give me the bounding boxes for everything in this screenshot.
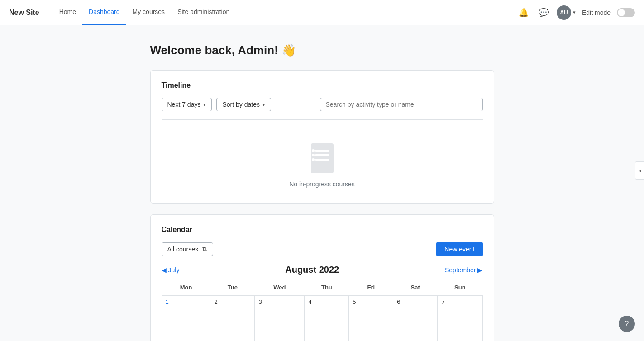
cal-empty-cell [210,327,255,341]
nav-links: HomeDashboardMy coursesSite administrati… [53,0,236,25]
svg-rect-3 [315,159,329,161]
all-courses-dropdown[interactable]: All courses ⇅ [162,242,213,256]
sort-chevron-icon: ▾ [262,102,265,108]
empty-state: No in-progress courses [162,133,483,192]
cal-day-header-sat: Sat [393,281,438,296]
calendar-table: MonTueWedThuFriSatSun 1234567 [162,281,483,341]
navbar: New Site HomeDashboardMy coursesSite adm… [0,0,644,25]
svg-rect-0 [311,143,334,173]
next-month-label: September [445,266,476,274]
edit-mode-label: Edit mode [582,9,611,16]
cal-empty-cell [305,327,349,341]
cal-day-header-sun: Sun [438,281,482,296]
next-month-link[interactable]: September ▶ [445,266,482,274]
prev-month-link[interactable]: ◀ July [162,266,180,274]
calendar-header: MonTueWedThuFriSatSun [162,281,482,296]
svg-rect-2 [315,154,329,156]
svg-point-6 [312,158,315,161]
all-courses-chevron-icon: ⇅ [202,246,207,253]
search-wrap [320,98,483,111]
cal-empty-cell [393,327,438,341]
welcome-heading: Welcome back, Admin! 👋 [150,43,494,57]
search-input[interactable] [320,98,483,111]
user-menu-chevron: ▾ [573,9,576,15]
new-event-button[interactable]: New event [436,242,482,256]
cal-day-header-wed: Wed [255,281,305,296]
calendar-title: Calendar [162,226,483,234]
nav-link-site-administration[interactable]: Site administration [171,0,236,25]
nav-link-dashboard[interactable]: Dashboard [82,0,126,25]
filter-chevron-icon: ▾ [203,102,206,108]
help-icon: ? [625,320,629,328]
calendar-card: Calendar All courses ⇅ New event ◀ July … [150,214,494,341]
cal-day-cell: 7 [438,296,482,327]
cal-day-cell[interactable]: 1 [162,296,210,327]
main-content: Welcome back, Admin! 👋 Timeline Next 7 d… [141,25,503,341]
cal-day-cell: 5 [349,296,393,327]
cal-day-cell: 6 [393,296,438,327]
nav-link-home[interactable]: Home [53,0,82,25]
cal-day-cell: 4 [305,296,349,327]
sort-label: Sort by dates [222,101,260,108]
user-menu[interactable]: AU ▾ [557,5,576,20]
avatar: AU [557,5,571,20]
cal-day-header-mon: Mon [162,281,210,296]
cal-day-header-thu: Thu [305,281,349,296]
all-courses-label: All courses [167,246,198,253]
empty-text: No in-progress courses [289,180,355,188]
sort-dropdown[interactable]: Sort by dates ▾ [216,98,271,111]
svg-point-4 [312,149,315,152]
svg-point-5 [312,154,315,156]
timeline-title: Timeline [162,81,483,90]
cal-empty-cell [162,327,210,341]
sidebar-toggle[interactable]: ◂ [635,161,644,180]
edit-mode-toggle[interactable] [617,8,635,17]
brand-logo[interactable]: New Site [9,9,39,17]
timeline-divider [162,119,483,120]
timeline-controls: Next 7 days ▾ Sort by dates ▾ [162,98,483,111]
help-button[interactable]: ? [619,316,635,332]
next-month-arrow-icon: ▶ [477,266,482,274]
calendar-week-row: 1234567 [162,296,482,327]
cal-empty-cell [438,327,482,341]
cal-day-cell: 3 [255,296,305,327]
calendar-body: 1234567 [162,296,482,341]
navbar-right: 🔔 💬 AU ▾ Edit mode [517,5,635,20]
calendar-controls: All courses ⇅ New event [162,242,483,256]
calendar-month-title: August 2022 [285,265,339,275]
filter-label: Next 7 days [167,101,201,108]
svg-rect-1 [315,150,329,152]
sidebar-toggle-icon: ◂ [639,167,641,174]
prev-month-arrow-icon: ◀ [162,266,167,274]
notifications-icon[interactable]: 🔔 [517,6,530,19]
calendar-empty-row [162,327,482,341]
calendar-header-row: MonTueWedThuFriSatSun [162,281,482,296]
prev-month-label: July [168,266,180,274]
filter-dropdown[interactable]: Next 7 days ▾ [162,98,212,111]
cal-empty-cell [349,327,393,341]
calendar-nav: ◀ July August 2022 September ▶ [162,265,483,275]
messages-icon[interactable]: 💬 [537,6,550,19]
nav-link-my-courses[interactable]: My courses [126,0,172,25]
empty-icon [309,142,336,174]
cal-empty-cell [255,327,305,341]
cal-day-cell: 2 [210,296,255,327]
timeline-card: Timeline Next 7 days ▾ Sort by dates ▾ [150,70,494,204]
cal-day-header-tue: Tue [210,281,255,296]
cal-day-header-fri: Fri [349,281,393,296]
